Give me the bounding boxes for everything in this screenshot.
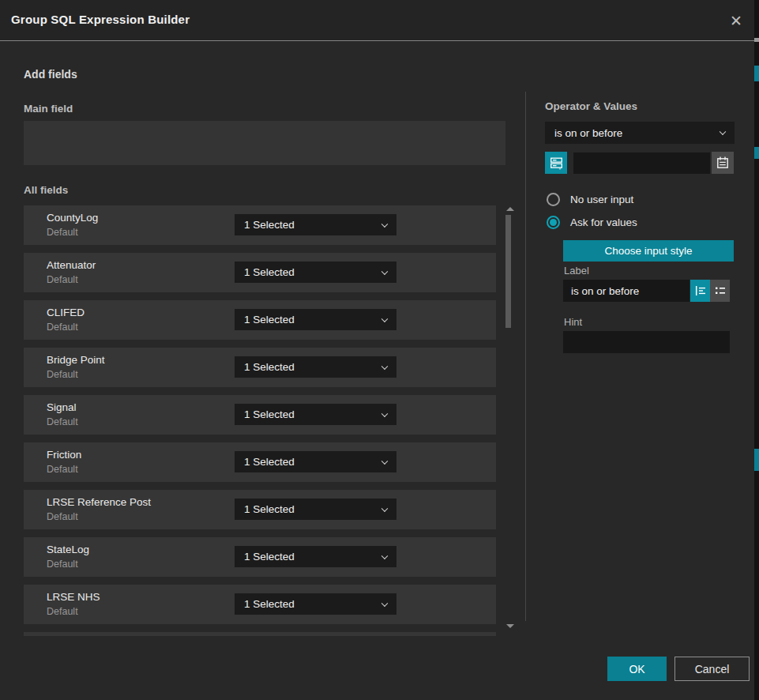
background-app-edge bbox=[754, 0, 759, 700]
radio-on-icon bbox=[547, 216, 560, 229]
radio-ask-for-values[interactable]: Ask for values bbox=[547, 216, 637, 229]
chevron-down-icon bbox=[720, 129, 726, 135]
input-style-list-button[interactable] bbox=[710, 280, 730, 302]
field-selected-dropdown[interactable]: 1 Selected bbox=[235, 546, 396, 567]
main-field-label: Main field bbox=[24, 103, 73, 115]
chevron-down-icon bbox=[381, 505, 388, 511]
cancel-button[interactable]: Cancel bbox=[674, 657, 750, 681]
field-selected-dropdown[interactable]: 1 Selected bbox=[235, 214, 396, 235]
chevron-down-icon bbox=[381, 600, 388, 606]
chevron-down-icon bbox=[381, 410, 388, 416]
field-row-statelog: StateLog Default 1 Selected bbox=[24, 537, 496, 577]
edge-segment bbox=[754, 66, 759, 81]
scroll-up-arrow-icon[interactable] bbox=[506, 207, 514, 211]
chevron-down-icon bbox=[381, 552, 388, 559]
choose-input-style-button[interactable]: Choose input style bbox=[563, 240, 734, 262]
field-name: LRSE NHS bbox=[47, 591, 100, 603]
field-name: Bridge Point bbox=[47, 354, 105, 366]
field-name: LRSE Reference Post bbox=[47, 496, 151, 508]
chevron-down-icon bbox=[381, 457, 388, 464]
field-row-signal: Signal Default 1 Selected bbox=[24, 395, 496, 435]
close-icon[interactable]: ✕ bbox=[724, 9, 748, 33]
all-fields-label: All fields bbox=[24, 184, 68, 196]
field-subtitle: Default bbox=[47, 416, 78, 427]
chevron-down-icon bbox=[381, 268, 388, 274]
chevron-down-icon bbox=[381, 220, 388, 227]
edge-segment bbox=[754, 38, 759, 42]
radio-no-user-input[interactable]: No user input bbox=[547, 193, 633, 206]
edge-segment bbox=[754, 449, 759, 471]
input-style-text-button[interactable] bbox=[690, 280, 710, 302]
field-subtitle: Default bbox=[47, 369, 78, 380]
panel-divider bbox=[525, 92, 526, 621]
field-name: Attenuator bbox=[47, 259, 96, 271]
field-name: CountyLog bbox=[47, 212, 98, 224]
field-row-lrse-nhs: LRSE NHS Default 1 Selected bbox=[24, 585, 496, 624]
ok-button[interactable]: OK bbox=[607, 657, 667, 681]
field-row-attenuator: Attenuator Default 1 Selected bbox=[24, 253, 496, 292]
label-field-label: Label bbox=[564, 265, 589, 277]
date-value-input[interactable] bbox=[573, 152, 710, 174]
hint-input[interactable] bbox=[563, 331, 730, 353]
main-field-panel: CountyLog | Default From Date bbox=[24, 121, 505, 165]
list-scrollbar-thumb[interactable] bbox=[505, 215, 511, 328]
edge-segment bbox=[754, 147, 759, 159]
operator-values-label: Operator & Values bbox=[545, 100, 637, 112]
operator-dropdown[interactable]: is on or before bbox=[545, 122, 735, 144]
field-subtitle: Default bbox=[47, 511, 78, 522]
chevron-down-icon bbox=[381, 363, 388, 369]
field-row-clifed: CLIFED Default 1 Selected bbox=[24, 300, 496, 340]
radio-off-icon bbox=[547, 193, 560, 206]
field-subtitle: Default bbox=[47, 559, 78, 570]
unique-values-icon[interactable] bbox=[545, 152, 567, 174]
field-name: CLIFED bbox=[47, 307, 85, 318]
field-name: Signal bbox=[47, 401, 77, 413]
group-sql-expression-builder-dialog: Group SQL Expression Builder ✕ Add field… bbox=[0, 0, 759, 700]
field-row-lrse-reference-post: LRSE Reference Post Default 1 Selected bbox=[24, 490, 496, 529]
date-picker-button[interactable] bbox=[712, 152, 734, 174]
field-name: StateLog bbox=[47, 544, 89, 555]
hint-field-label: Hint bbox=[564, 316, 582, 328]
field-row-partial bbox=[24, 632, 496, 636]
dialog-titlebar: Group SQL Expression Builder ✕ bbox=[0, 0, 754, 41]
field-subtitle: Default bbox=[47, 274, 78, 285]
field-selected-dropdown[interactable]: 1 Selected bbox=[235, 451, 396, 472]
field-subtitle: Default bbox=[47, 227, 78, 238]
field-selected-dropdown[interactable]: 1 Selected bbox=[235, 593, 396, 615]
scroll-down-arrow-icon[interactable] bbox=[506, 624, 514, 628]
add-fields-heading: Add fields bbox=[24, 68, 77, 81]
chevron-down-icon bbox=[381, 315, 388, 322]
label-input[interactable] bbox=[563, 280, 689, 302]
list-icon bbox=[714, 284, 727, 297]
field-selected-dropdown[interactable]: 1 Selected bbox=[235, 499, 396, 520]
align-left-icon bbox=[694, 284, 707, 297]
field-row-bridge-point: Bridge Point Default 1 Selected bbox=[24, 348, 496, 387]
dialog-title: Group SQL Expression Builder bbox=[11, 13, 190, 26]
field-subtitle: Default bbox=[47, 606, 78, 617]
field-selected-dropdown[interactable]: 1 Selected bbox=[235, 404, 396, 425]
field-selected-dropdown[interactable]: 1 Selected bbox=[235, 356, 396, 378]
field-subtitle: Default bbox=[47, 464, 78, 475]
field-selected-dropdown[interactable]: 1 Selected bbox=[235, 309, 396, 330]
field-subtitle: Default bbox=[47, 322, 78, 333]
stacked-values-icon bbox=[550, 156, 563, 170]
field-row-friction: Friction Default 1 Selected bbox=[24, 442, 496, 482]
field-row-countylog: CountyLog Default 1 Selected bbox=[24, 205, 496, 245]
field-selected-dropdown[interactable]: 1 Selected bbox=[235, 262, 396, 283]
calendar-icon bbox=[716, 156, 729, 169]
field-name: Friction bbox=[47, 449, 81, 461]
